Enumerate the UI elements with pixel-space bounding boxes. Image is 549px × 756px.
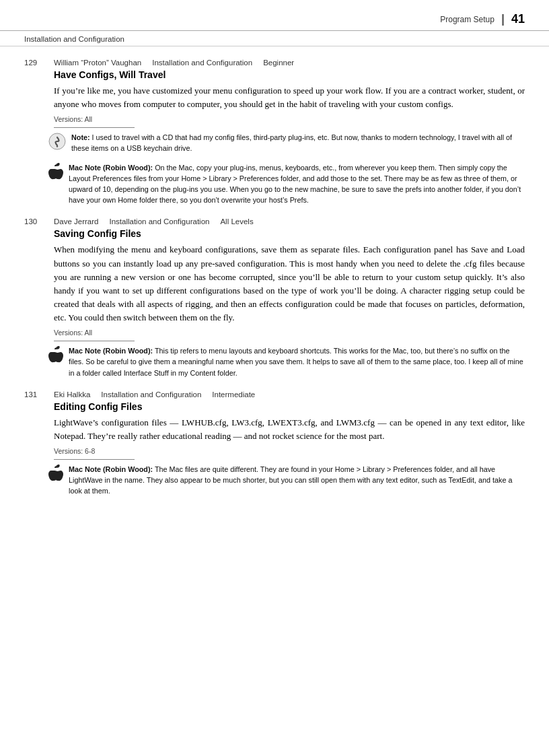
page-number: 41	[511, 12, 525, 26]
tip-num-130: 130	[24, 217, 43, 226]
tip-level-129: Beginner	[263, 59, 294, 67]
mac-content-131: Mac Note (Robin Wood): The Mac files are…	[69, 464, 525, 497]
tip-versions-130: Versions: All	[54, 329, 135, 341]
note-icon-129	[48, 133, 66, 150]
tip-meta-129: 129 William “Proton” Vaughan Installatio…	[24, 59, 525, 67]
tip-entry-129: 129 William “Proton” Vaughan Installatio…	[24, 59, 525, 205]
mac-content-130: Mac Note (Robin Wood): This tip refers t…	[69, 345, 525, 378]
note-label-129: Note:	[71, 133, 90, 141]
tip-category-130: Installation and Configuration	[109, 217, 209, 226]
page: Program Setup | 41 Installation and Conf…	[0, 0, 549, 756]
tip-author-131: Eki Halkka	[54, 390, 90, 399]
main-content: 129 William “Proton” Vaughan Installatio…	[0, 46, 549, 521]
tip-title-131: Editing Config Files	[54, 401, 525, 412]
mac-label-130: Mac Note (Robin Wood):	[69, 347, 153, 355]
note-content-129: Note: I used to travel with a CD that ha…	[71, 132, 525, 153]
header-title: Program Setup	[440, 15, 495, 24]
tip-body-130: When modifying the menu and keyboard con…	[54, 243, 525, 324]
tip-title-130: Saving Config Files	[54, 228, 525, 239]
mac-label-131: Mac Note (Robin Wood):	[69, 465, 153, 473]
apple-icon-130	[48, 346, 63, 364]
mac-note-box-130: Mac Note (Robin Wood): This tip refers t…	[48, 345, 525, 378]
apple-icon-129	[48, 163, 63, 180]
tip-num-131: 131	[24, 390, 43, 399]
tip-entry-130: 130 Dave Jerrard Installation and Config…	[24, 217, 525, 378]
tip-title-129: Have Configs, Will Travel	[54, 69, 525, 80]
mac-label-129: Mac Note (Robin Wood):	[69, 164, 153, 172]
tip-level-130: All Levels	[220, 217, 253, 226]
tip-level-131: Intermediate	[212, 390, 255, 399]
tip-author-130: Dave Jerrard	[54, 217, 98, 226]
svg-point-1	[57, 146, 58, 147]
mac-note-box-131: Mac Note (Robin Wood): The Mac files are…	[48, 464, 525, 497]
breadcrumb: Installation and Configuration	[0, 31, 549, 46]
note-text-129: I used to travel with a CD that had my c…	[71, 133, 512, 152]
page-header: Program Setup | 41	[0, 0, 549, 31]
header-right: Program Setup | 41	[440, 12, 525, 26]
mac-content-129: Mac Note (Robin Wood): On the Mac, copy …	[69, 162, 525, 206]
tip-versions-129: Versions: All	[54, 115, 135, 128]
mac-note-box-129: Mac Note (Robin Wood): On the Mac, copy …	[48, 162, 525, 206]
tip-meta-131: 131 Eki Halkka Installation and Configur…	[24, 390, 525, 399]
note-box-129: Note: I used to travel with a CD that ha…	[48, 132, 525, 153]
header-pipe: |	[501, 12, 505, 26]
tip-category-129: Installation and Configuration	[152, 59, 252, 67]
apple-icon-131	[48, 465, 63, 482]
tip-category-131: Installation and Configuration	[101, 390, 201, 399]
tip-meta-130: 130 Dave Jerrard Installation and Config…	[24, 217, 525, 226]
tip-body-131: LightWave’s configuration files — LWHUB.…	[54, 416, 525, 443]
tip-author-129: William “Proton” Vaughan	[54, 59, 141, 67]
tip-body-129: If you’re like me, you have customized y…	[54, 84, 525, 111]
tip-entry-131: 131 Eki Halkka Installation and Configur…	[24, 390, 525, 497]
tip-num-129: 129	[24, 59, 43, 67]
tip-versions-131: Versions: 6-8	[54, 447, 135, 460]
